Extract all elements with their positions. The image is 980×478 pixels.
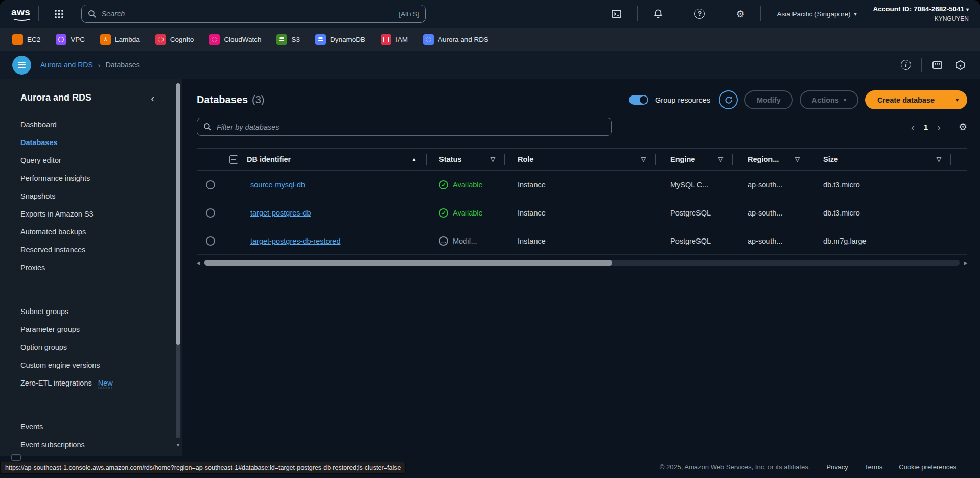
favorite-aurora-rds[interactable]: Aurora and RDS xyxy=(423,34,488,45)
info-panel-button[interactable]: i xyxy=(899,55,913,75)
chevron-down-icon: ▾ xyxy=(966,7,969,12)
row-select-radio[interactable] xyxy=(206,208,215,218)
favorite-cognito[interactable]: Cognito xyxy=(155,34,194,45)
feedback-button[interactable] xyxy=(930,55,945,75)
sidebar-collapse-button[interactable]: ‹ xyxy=(151,93,154,103)
favorite-lambda[interactable]: λ Lambda xyxy=(100,34,140,45)
favorite-iam[interactable]: IAM xyxy=(381,34,408,45)
column-header-region[interactable]: Region... ▽ xyxy=(732,149,809,170)
create-database-button[interactable]: Create database xyxy=(865,90,947,109)
scroll-right-arrow-icon[interactable]: ▸ xyxy=(964,259,967,266)
sidebar-item-snapshots[interactable]: Snapshots xyxy=(0,187,182,205)
sidebar-title: Aurora and RDS xyxy=(20,92,91,103)
sidebar-item-subnet-groups[interactable]: Subnet groups xyxy=(0,303,182,321)
collapse-all-checkbox[interactable] xyxy=(229,155,238,164)
db-link[interactable]: target-postgres-db-restored xyxy=(250,237,341,245)
sidebar-item-performance-insights[interactable]: Performance insights xyxy=(0,170,182,187)
help-button[interactable]: ? xyxy=(687,4,712,24)
favorite-s3[interactable]: S3 xyxy=(276,34,300,45)
column-header-engine[interactable]: Engine ▽ xyxy=(655,149,732,170)
column-header-size[interactable]: Size ▽ xyxy=(809,149,950,170)
sidebar-item-dashboard[interactable]: Dashboard xyxy=(0,116,182,134)
settings-button[interactable]: ⚙ xyxy=(729,4,752,24)
aws-logo[interactable]: aws xyxy=(11,7,30,21)
services-menu-button[interactable] xyxy=(47,4,71,24)
sidebar-item-events[interactable]: Events xyxy=(0,418,182,436)
side-nav-toggle-button[interactable] xyxy=(12,56,31,75)
sidebar-item-proxies[interactable]: Proxies xyxy=(0,259,182,277)
filter-input[interactable] xyxy=(217,123,605,131)
region-selector[interactable]: Asia Pacific (Singapore) ▾ xyxy=(769,10,865,18)
previous-page-button[interactable]: ‹ xyxy=(906,122,920,132)
modify-button[interactable]: Modify xyxy=(744,90,793,109)
row-select-radio[interactable] xyxy=(206,236,215,246)
table-header-row: DB identifier ▲ Status ▽ Role ▽ Engine ▽ xyxy=(197,148,967,171)
scroll-down-arrow-icon[interactable]: ▾ xyxy=(175,442,181,448)
sidebar-item-query-editor[interactable]: Query editor xyxy=(0,152,182,170)
sidebar-item-exports-s3[interactable]: Exports in Amazon S3 xyxy=(0,205,182,223)
group-resources-label: Group resources xyxy=(655,96,710,104)
account-menu[interactable]: Account ID: 7084-2682-5041 ▾ KYNGUYEN xyxy=(873,4,969,23)
region-cell: ap-south... xyxy=(732,227,809,254)
status-text: Available xyxy=(453,209,483,217)
sidebar-item-custom-engine-versions[interactable]: Custom engine versions xyxy=(0,356,182,374)
current-page: 1 xyxy=(920,123,932,131)
favorite-vpc[interactable]: VPC xyxy=(56,34,85,45)
global-search[interactable]: [Alt+S] xyxy=(81,5,426,23)
favorite-label: Aurora and RDS xyxy=(438,36,488,43)
terms-link[interactable]: Terms xyxy=(865,463,882,471)
favorite-ec2[interactable]: EC2 xyxy=(12,34,40,45)
side-navigation: Aurora and RDS ‹ Dashboard Databases Que… xyxy=(0,79,182,456)
terminal-icon xyxy=(611,9,622,19)
breadcrumb-separator: › xyxy=(98,61,101,69)
db-link[interactable]: target-postgres-db xyxy=(250,209,311,217)
sidebar-item-reserved-instances[interactable]: Reserved instances xyxy=(0,241,182,259)
divider xyxy=(637,6,638,21)
actions-dropdown-button[interactable]: Actions ▾ xyxy=(800,90,858,109)
sidebar-item-parameter-groups[interactable]: Parameter groups xyxy=(0,321,182,339)
sidebar-item-zero-etl[interactable]: Zero-ETL integrationsNew xyxy=(0,374,182,392)
filter-databases[interactable] xyxy=(197,118,612,136)
scroll-left-arrow-icon[interactable]: ◂ xyxy=(197,259,200,266)
divider xyxy=(921,58,922,72)
device-icon xyxy=(11,454,21,461)
search-input[interactable] xyxy=(101,10,394,18)
sidebar-item-event-subscriptions[interactable]: Event subscriptions xyxy=(0,436,182,454)
amazon-q-button[interactable] xyxy=(953,55,968,75)
favorite-label: IAM xyxy=(395,36,408,43)
sidebar-item-option-groups[interactable]: Option groups xyxy=(0,339,182,356)
breadcrumb-service-link[interactable]: Aurora and RDS xyxy=(40,61,93,69)
refresh-button[interactable] xyxy=(719,90,738,109)
favorite-cloudwatch[interactable]: CloudWatch xyxy=(209,34,261,45)
cloudshell-button[interactable] xyxy=(604,4,629,24)
next-page-button[interactable]: › xyxy=(932,122,946,132)
sidebar-item-databases[interactable]: Databases xyxy=(0,134,182,152)
favorite-dynamodb[interactable]: DynamoDB xyxy=(315,34,365,45)
notifications-button[interactable] xyxy=(646,4,670,24)
divider xyxy=(20,405,158,405)
cookie-preferences-link[interactable]: Cookie preferences xyxy=(899,463,956,471)
sidebar-item-automated-backups[interactable]: Automated backups xyxy=(0,223,182,241)
column-header-status[interactable]: Status ▽ xyxy=(426,149,504,170)
breadcrumb: Aurora and RDS › Databases xyxy=(40,61,140,69)
resource-count: (3) xyxy=(252,94,264,105)
row-select-radio[interactable] xyxy=(206,180,215,189)
sort-icon: ▽ xyxy=(937,156,941,163)
table-preferences-button[interactable]: ⚙ xyxy=(959,121,967,133)
pagination: ‹ 1 › ⚙ xyxy=(906,121,967,134)
sidebar-nav: Dashboard Databases Query editor Perform… xyxy=(0,116,182,454)
db-link[interactable]: source-mysql-db xyxy=(250,181,305,189)
scrollbar-track[interactable] xyxy=(204,260,960,266)
privacy-link[interactable]: Privacy xyxy=(826,463,848,471)
divider xyxy=(679,6,679,21)
breadcrumb-bar: Aurora and RDS › Databases i xyxy=(0,51,980,79)
column-header-role[interactable]: Role ▽ xyxy=(504,149,655,170)
dynamodb-icon xyxy=(315,34,326,45)
group-resources-toggle[interactable] xyxy=(629,95,648,105)
sidebar-scrollbar-thumb[interactable] xyxy=(176,83,180,345)
create-database-caret-button[interactable]: ▾ xyxy=(947,90,967,109)
new-badge-link[interactable]: New xyxy=(98,379,113,387)
role-cell: Instance xyxy=(504,171,655,199)
scrollbar-thumb[interactable] xyxy=(204,260,613,266)
column-header-db-identifier[interactable]: DB identifier ▲ xyxy=(222,149,426,170)
